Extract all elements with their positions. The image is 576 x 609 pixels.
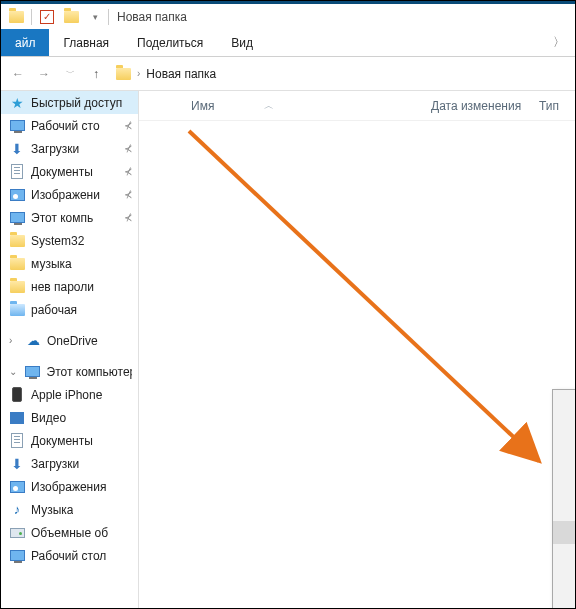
sidebar-item-3d[interactable]: Объемные об xyxy=(1,521,138,544)
ribbon-collapse-icon[interactable]: 〉 xyxy=(543,29,575,56)
folder-icon xyxy=(9,256,25,272)
tab-view[interactable]: Вид xyxy=(217,29,267,56)
monitor-icon xyxy=(9,210,25,226)
window-title: Новая папка xyxy=(117,10,187,24)
menu-view[interactable]: Вид▶ xyxy=(553,392,576,415)
monitor-icon xyxy=(9,548,25,564)
download-icon: ⬇ xyxy=(9,141,25,157)
menu-undo[interactable]: Отменить НовоеCTR xyxy=(553,567,576,590)
image-icon xyxy=(9,187,25,203)
sidebar-item-pictures-pc[interactable]: Изображения xyxy=(1,475,138,498)
download-icon: ⬇ xyxy=(9,456,25,472)
monitor-icon xyxy=(9,118,25,134)
sidebar-item-desktop[interactable]: Рабочий сто⊀ xyxy=(1,114,138,137)
collapse-icon[interactable]: ⌄ xyxy=(9,366,19,377)
breadcrumb[interactable]: Новая папка xyxy=(146,67,216,81)
tab-file[interactable]: айл xyxy=(1,29,49,56)
cloud-icon: ☁ xyxy=(25,333,41,349)
forward-button[interactable]: → xyxy=(33,63,55,85)
menu-refresh[interactable]: Обновить xyxy=(553,461,576,484)
main-area: ★ Быстрый доступ Рабочий сто⊀ ⬇Загрузки⊀… xyxy=(1,91,575,608)
svg-line-0 xyxy=(189,131,539,461)
pin-icon: ⊀ xyxy=(124,212,132,223)
pin-icon: ⊀ xyxy=(124,120,132,131)
monitor-icon xyxy=(25,364,41,380)
address-bar[interactable]: › Новая папка xyxy=(111,62,569,86)
star-icon: ★ xyxy=(9,95,25,111)
qat-dropdown[interactable]: ▾ xyxy=(84,6,106,28)
quick-access-toolbar: ✓ ▾ xyxy=(5,6,106,28)
sidebar-item-iphone[interactable]: Apple iPhone xyxy=(1,383,138,406)
document-icon xyxy=(9,433,25,449)
folder-icon xyxy=(5,6,27,28)
sidebar-item-documents[interactable]: Документы⊀ xyxy=(1,160,138,183)
navigation-bar: ← → ﹀ ↑ › Новая папка xyxy=(1,57,575,91)
sidebar-item-passwords[interactable]: нев пароли xyxy=(1,275,138,298)
titlebar: ✓ ▾ Новая папка xyxy=(1,1,575,29)
back-button[interactable]: ← xyxy=(7,63,29,85)
sidebar-item-documents-pc[interactable]: Документы xyxy=(1,429,138,452)
drive-icon xyxy=(9,525,25,541)
folder-icon[interactable] xyxy=(60,6,82,28)
phone-icon xyxy=(9,387,25,403)
up-button[interactable]: ↑ xyxy=(85,63,107,85)
checkbox-icon[interactable]: ✓ xyxy=(36,6,58,28)
column-date[interactable]: Дата изменения xyxy=(423,99,531,113)
sidebar-onedrive[interactable]: ›☁OneDrive xyxy=(1,329,138,352)
annotation-arrow xyxy=(139,91,576,609)
recent-dropdown[interactable]: ﹀ xyxy=(59,63,81,85)
navigation-pane: ★ Быстрый доступ Рабочий сто⊀ ⬇Загрузки⊀… xyxy=(1,91,139,608)
folder-icon xyxy=(9,302,25,318)
sidebar-item-work[interactable]: рабочая xyxy=(1,298,138,321)
music-icon: ♪ xyxy=(9,502,25,518)
pin-icon: ⊀ xyxy=(124,189,132,200)
sidebar-item-system32[interactable]: System32 xyxy=(1,229,138,252)
sidebar-item-desktop-pc[interactable]: Рабочий стол xyxy=(1,544,138,567)
folder-icon xyxy=(115,66,131,82)
column-name[interactable]: Имя xyxy=(191,99,214,113)
menu-paste-shortcut[interactable]: Вставить ярлык xyxy=(553,544,576,567)
sort-indicator-icon: ︿ xyxy=(264,99,274,113)
menu-customize[interactable]: Настроить папку... xyxy=(553,491,576,514)
column-headers: Имя︿ Дата изменения Тип xyxy=(139,91,575,121)
sidebar-quick-access[interactable]: ★ Быстрый доступ xyxy=(1,91,138,114)
sidebar-item-pictures[interactable]: Изображени⊀ xyxy=(1,183,138,206)
sidebar-item-videos[interactable]: Видео xyxy=(1,406,138,429)
menu-sort[interactable]: Сортировка▶ xyxy=(553,415,576,438)
file-list-area[interactable]: Имя︿ Дата изменения Тип Вид▶ Сортировка▶… xyxy=(139,91,575,608)
folder-icon xyxy=(9,233,25,249)
sidebar-item-downloads-pc[interactable]: ⬇Загрузки xyxy=(1,452,138,475)
column-type[interactable]: Тип xyxy=(531,99,571,113)
video-icon xyxy=(9,410,25,426)
sidebar-item-downloads[interactable]: ⬇Загрузки⊀ xyxy=(1,137,138,160)
sidebar-item-thispc-pin[interactable]: Этот компь⊀ xyxy=(1,206,138,229)
document-icon xyxy=(9,164,25,180)
menu-group[interactable]: Группировка▶ xyxy=(553,438,576,461)
expand-icon[interactable]: › xyxy=(9,335,19,346)
ribbon-tabs: айл Главная Поделиться Вид 〉 xyxy=(1,29,575,57)
menu-paste[interactable]: Вставить xyxy=(553,521,576,544)
tab-home[interactable]: Главная xyxy=(49,29,123,56)
image-icon xyxy=(9,479,25,495)
pin-icon: ⊀ xyxy=(124,166,132,177)
folder-icon xyxy=(9,279,25,295)
tab-share[interactable]: Поделиться xyxy=(123,29,217,56)
sidebar-item-music-pc[interactable]: ♪Музыка xyxy=(1,498,138,521)
pin-icon: ⊀ xyxy=(124,143,132,154)
menu-share[interactable]: Предоставить доступ к▶ xyxy=(553,597,576,609)
sidebar-item-music-folder[interactable]: музыка xyxy=(1,252,138,275)
sidebar-thispc[interactable]: ⌄Этот компьютер xyxy=(1,360,138,383)
context-menu: Вид▶ Сортировка▶ Группировка▶ Обновить Н… xyxy=(552,389,576,609)
